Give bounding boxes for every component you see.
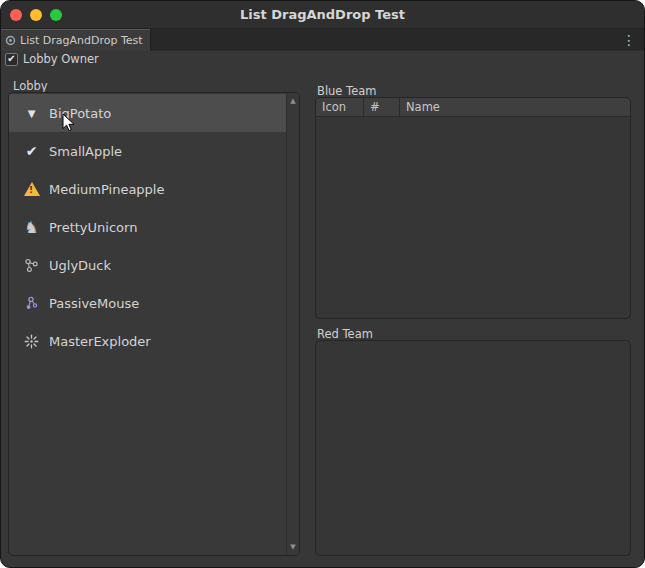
tab-bar: List DragAndDrop Test ⋮	[1, 29, 644, 51]
collapse-arrow-icon[interactable]: ▼	[23, 108, 40, 119]
list-item[interactable]: ▼ BigPotato	[9, 94, 286, 132]
list-item-label: PrettyUnicorn	[49, 220, 137, 235]
overflow-menu-icon[interactable]: ⋮	[622, 30, 636, 50]
checkbox-checked-icon[interactable]: ✔	[5, 53, 18, 66]
app-window: List DragAndDrop Test List DragAndDrop T…	[0, 0, 645, 568]
list-item-label: UglyDuck	[49, 258, 111, 273]
list-item[interactable]: UglyDuck	[9, 246, 286, 284]
scroll-up-icon[interactable]: ▲	[287, 97, 299, 105]
column-header-icon[interactable]: Icon	[316, 98, 364, 116]
mouse-cursor	[62, 113, 76, 133]
blue-team-label: Blue Team	[317, 84, 377, 98]
list-item-label: BigPotato	[49, 106, 111, 121]
duck-icon	[23, 258, 40, 273]
traffic-lights	[10, 9, 62, 21]
lobby-section-label: Lobby	[13, 79, 48, 93]
list-item[interactable]: PassiveMouse	[9, 284, 286, 322]
unicorn-icon: ♞	[23, 218, 40, 237]
zoom-button[interactable]	[50, 9, 62, 21]
mouse-icon	[23, 296, 40, 311]
tab-icon	[5, 35, 16, 46]
list-item-label: SmallApple	[49, 144, 122, 159]
warning-mark: !	[29, 185, 33, 195]
list-item-label: MediumPineapple	[49, 182, 164, 197]
red-team-drop-area[interactable]	[316, 341, 630, 555]
title-bar[interactable]: List DragAndDrop Test	[1, 1, 644, 29]
list-item[interactable]: ! MediumPineapple	[9, 170, 286, 208]
blue-team-list: Icon # Name	[315, 97, 631, 319]
lobby-scrollbar[interactable]: ▲ ▼	[286, 93, 299, 555]
column-header-number[interactable]: #	[364, 98, 400, 116]
list-item-label: PassiveMouse	[49, 296, 139, 311]
blue-team-drop-area[interactable]	[316, 117, 630, 318]
tab-label: List DragAndDrop Test	[20, 34, 143, 47]
list-item[interactable]: ♞ PrettyUnicorn	[9, 208, 286, 246]
blue-team-header: Icon # Name	[316, 98, 630, 117]
minimize-button[interactable]	[30, 9, 42, 21]
list-item[interactable]: ✔ SmallApple	[9, 132, 286, 170]
list-item[interactable]: MasterExploder	[9, 322, 286, 360]
tab-list-draganddrop-test[interactable]: List DragAndDrop Test	[1, 29, 151, 51]
lobby-list-rows: ▼ BigPotato ✔ SmallApple ! MediumPineapp…	[9, 94, 286, 360]
lobby-owner-toggle[interactable]: ✔ Lobby Owner	[5, 51, 99, 67]
red-team-label: Red Team	[317, 327, 373, 341]
list-item-label: MasterExploder	[49, 334, 151, 349]
window-title: List DragAndDrop Test	[240, 7, 405, 22]
exploder-icon	[23, 334, 40, 349]
scroll-down-icon[interactable]: ▼	[287, 543, 299, 551]
red-team-list	[315, 340, 631, 556]
lobby-owner-label: Lobby Owner	[23, 52, 99, 66]
check-icon: ✔	[23, 143, 40, 159]
lobby-list[interactable]: ▼ BigPotato ✔ SmallApple ! MediumPineapp…	[8, 92, 300, 556]
close-button[interactable]	[10, 9, 22, 21]
column-header-name[interactable]: Name	[400, 98, 630, 116]
warning-icon: !	[23, 182, 40, 196]
